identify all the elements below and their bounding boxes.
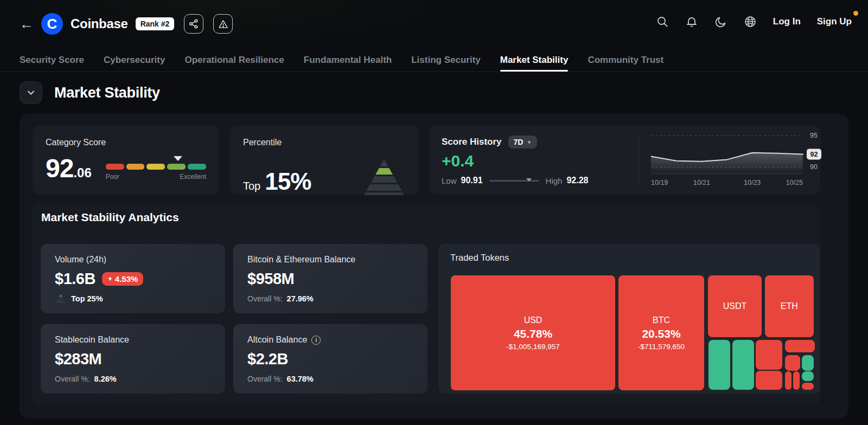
treemap-tile[interactable] (756, 371, 782, 390)
collapse-section-button[interactable] (20, 81, 42, 104)
svg-text:10/23: 10/23 (744, 179, 761, 186)
report-warning-button[interactable] (213, 14, 233, 34)
overall-prefix: Overall %: (247, 375, 283, 383)
score-gauge (106, 164, 206, 170)
tile-percent: 45.78% (514, 327, 552, 340)
tile-label: USDT (723, 301, 747, 311)
share-icon (189, 19, 199, 29)
stablecoin-label: Stablecoin Balance (55, 335, 211, 345)
search-icon[interactable] (656, 15, 669, 28)
page-title: Market Stability (54, 85, 160, 101)
tab-security-score[interactable]: Security Score (20, 49, 84, 72)
treemap-tile-usdt[interactable]: USDT (708, 275, 762, 337)
stablecoin-balance-card: Stablecoin Balance $283M Overall %:8.26% (41, 324, 225, 394)
tab-market-stability[interactable]: Market Stability (500, 49, 569, 72)
volume-card: Volume (24h) $1.6B ▼4.53% Top 25% (41, 244, 225, 313)
coinbase-logo: C (41, 13, 63, 35)
high-label: High (546, 176, 563, 185)
gauge-segment-1 (126, 164, 145, 170)
gauge-segment-2 (146, 164, 165, 170)
gauge-segment-4 (188, 164, 206, 170)
tab-listing-security[interactable]: Listing Security (411, 49, 481, 72)
category-score-label: Category Score (46, 138, 206, 147)
tab-operational-resilience[interactable]: Operational Resilience (184, 49, 284, 72)
gauge-segment-3 (167, 164, 186, 170)
triangle-down-icon: ▼ (107, 276, 113, 282)
tab-cybersecurity[interactable]: Cybersecurity (104, 49, 165, 72)
range-selector-dropdown[interactable]: 7D ▼ (508, 136, 538, 149)
market-stability-panel: Category Score 92.06 Poor Excellent Perc… (20, 114, 848, 418)
warning-icon (218, 19, 228, 29)
btc-eth-label: Bitcoin & Ethereum Balance (247, 255, 413, 265)
btc-eth-balance-card: Bitcoin & Ethereum Balance $958M Overall… (233, 244, 427, 313)
altcoin-label: Altcoin Balance (247, 335, 307, 345)
category-tabbar: Security Score Cybersecurity Operational… (0, 49, 868, 72)
tile-label: USD (524, 315, 542, 325)
overall-prefix: Overall %: (55, 375, 90, 383)
score-history-card: Score History 7D ▼ +0.4 Low 90.91 High 9… (430, 126, 820, 194)
overall-value: 8.26% (94, 375, 117, 383)
treemap-tile[interactable] (802, 371, 814, 381)
overall-value: 27.96% (287, 294, 314, 303)
treemap-tile-btc[interactable]: BTC20.53%-$711,579,650 (618, 275, 704, 390)
range-value: 7D (514, 138, 524, 146)
tile-change: -$1,005,169,957 (506, 343, 559, 351)
analytics-title: Market Stability Analytics (41, 211, 179, 224)
chevron-down-icon: ▼ (526, 139, 532, 145)
top-header: ← C Coinbase Rank #2 (0, 0, 868, 49)
percentile-label: Percentile (243, 138, 406, 147)
slider-marker (526, 178, 532, 182)
volume-change-badge: ▼4.53% (102, 272, 143, 286)
notifications-bell-icon[interactable] (685, 15, 698, 28)
treemap-tile[interactable] (802, 383, 814, 390)
signup-button[interactable]: Sign Up (817, 16, 852, 27)
svg-text:10/25: 10/25 (786, 179, 803, 186)
overall-value: 63.78% (287, 375, 314, 383)
login-button[interactable]: Log In (773, 16, 801, 27)
treemap-tile[interactable] (785, 340, 815, 352)
gauge-segment-0 (106, 164, 124, 170)
traded-tokens-title: Traded Tokens (450, 253, 808, 263)
info-icon[interactable]: i (311, 336, 321, 345)
percentile-pyramid-icon (362, 159, 406, 195)
language-globe-icon[interactable] (744, 15, 757, 28)
back-arrow-icon[interactable]: ← (20, 13, 34, 35)
treemap-tile-usd[interactable]: USD45.78%-$1,005,169,957 (451, 275, 615, 390)
category-score-value: 92.06 (46, 157, 92, 181)
mini-pyramid-icon (55, 294, 67, 303)
treemap-tile[interactable] (802, 355, 814, 371)
dark-mode-moon-icon[interactable] (714, 15, 727, 28)
treemap-tile[interactable] (709, 340, 730, 390)
chevron-down-icon (26, 88, 36, 98)
treemap-tile[interactable] (785, 371, 792, 390)
high-value: 92.28 (566, 176, 588, 185)
treemap-tile[interactable] (793, 371, 800, 390)
btc-eth-value: $958M (247, 270, 294, 288)
analytics-section: Market Stability Analytics Volume (24h) … (33, 203, 820, 405)
percentile-card: Percentile Top15% (230, 126, 419, 194)
treemap-tile[interactable] (732, 340, 754, 390)
low-label: Low (442, 176, 457, 185)
altcoin-balance-card: Altcoin Balancei $2.2B Overall %:63.78% (233, 324, 427, 394)
signup-notification-dot (853, 11, 858, 16)
altcoin-value: $2.2B (247, 350, 288, 368)
svg-text:10/19: 10/19 (651, 179, 668, 186)
treemap-tile-eth[interactable]: ETH (765, 275, 814, 337)
volume-value: $1.6B (55, 270, 95, 288)
score-history-label: Score History (442, 137, 502, 147)
tile-change: -$711,579,650 (638, 343, 685, 351)
treemap-tile[interactable] (785, 355, 800, 371)
tab-fundamental-health[interactable]: Fundamental Health (304, 49, 392, 72)
percentile-value: Top15% (243, 168, 311, 195)
category-score-card: Category Score 92.06 Poor Excellent (33, 126, 219, 194)
tile-percent: 20.53% (642, 327, 680, 340)
share-button[interactable] (184, 14, 203, 34)
score-history-chart: 959092 10/1910/2110/2310/25 (651, 131, 825, 188)
gauge-marker (174, 156, 182, 161)
tab-community-trust[interactable]: Community Trust (588, 49, 663, 72)
traded-tokens-card: Traded Tokens USD45.78%-$1,005,169,957BT… (438, 244, 820, 394)
gauge-high-label: Excellent (180, 173, 206, 181)
svg-text:95: 95 (810, 132, 818, 139)
treemap-tile[interactable] (756, 340, 782, 370)
divider (639, 134, 639, 185)
